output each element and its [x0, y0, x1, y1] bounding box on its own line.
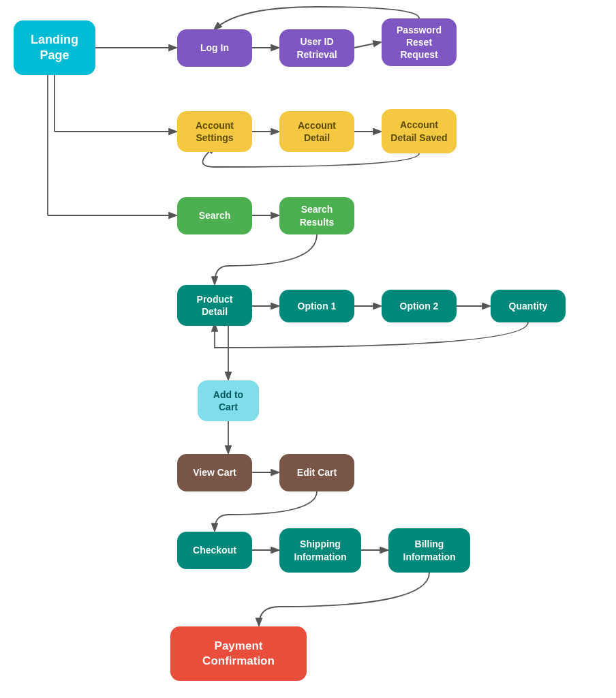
- quantity-node: Quantity: [491, 290, 566, 322]
- edit-cart-node: Edit Cart: [279, 454, 354, 491]
- diagram-container: Landing Page Log In User ID Retrieval Pa…: [0, 0, 616, 698]
- checkout-node: Checkout: [177, 532, 252, 569]
- shipping-info-node: Shipping Information: [279, 528, 361, 573]
- account-settings-node: Account Settings: [177, 111, 252, 152]
- option2-node: Option 2: [382, 290, 457, 322]
- arrows-svg: [0, 0, 616, 698]
- user-id-node: User ID Retrieval: [279, 29, 354, 67]
- view-cart-node: View Cart: [177, 454, 252, 491]
- product-detail-node: Product Detail: [177, 285, 252, 326]
- landing-page-node: Landing Page: [14, 20, 95, 75]
- account-detail-saved-node: Account Detail Saved: [382, 109, 457, 153]
- account-detail-node: Account Detail: [279, 111, 354, 152]
- svg-line-2: [354, 42, 380, 48]
- password-reset-node: Password Reset Request: [382, 18, 457, 66]
- billing-info-node: Billing Information: [388, 528, 470, 573]
- option1-node: Option 1: [279, 290, 354, 322]
- login-node: Log In: [177, 29, 252, 67]
- payment-confirmation-node: Payment Confirmation: [170, 626, 307, 681]
- add-to-cart-node: Add to Cart: [198, 380, 259, 421]
- search-node: Search: [177, 197, 252, 234]
- search-results-node: Search Results: [279, 197, 354, 234]
